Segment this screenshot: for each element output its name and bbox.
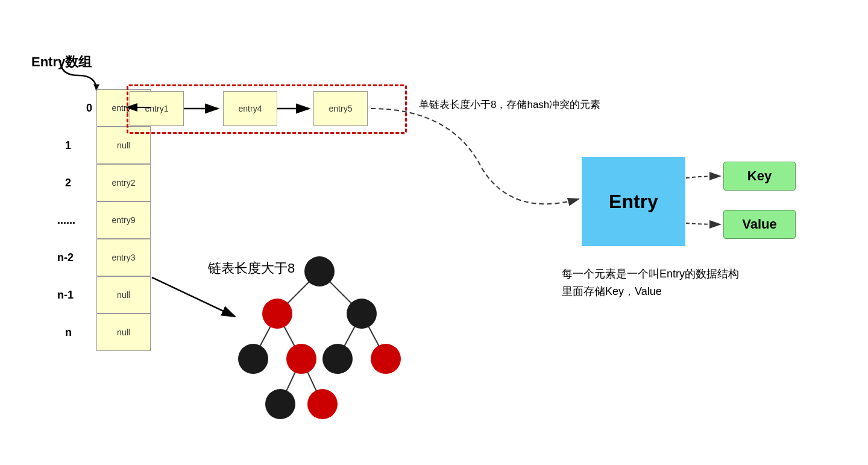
svg-point-12 — [238, 344, 268, 374]
value-box: Value — [723, 210, 796, 239]
array-cell-dots: entry9 — [96, 201, 151, 239]
row-index-dots: ...... — [57, 214, 75, 227]
svg-point-13 — [286, 344, 316, 374]
red-black-tree — [235, 247, 410, 440]
row-index-1: 1 — [65, 139, 71, 152]
row-index-n1: n-1 — [57, 289, 74, 302]
row-index-n: n — [65, 326, 72, 339]
curly-arrow-decoration — [54, 57, 102, 93]
svg-point-15 — [371, 344, 401, 374]
svg-point-14 — [322, 344, 353, 374]
entry-description: 每一个元素是一个叫Entry的数据结构 里面存储Key，Value — [562, 265, 739, 300]
entry-detail-box: Entry — [582, 157, 685, 246]
svg-point-9 — [304, 256, 335, 286]
row-index-n2: n-2 — [57, 251, 74, 264]
svg-point-16 — [265, 389, 295, 419]
key-box: Key — [723, 162, 796, 191]
svg-point-11 — [347, 299, 377, 329]
array-cell-n1: null — [96, 276, 151, 314]
array-cell-n: null — [96, 314, 151, 351]
row-index-0: 0 — [65, 102, 92, 115]
svg-point-17 — [307, 389, 338, 419]
array-cell-n2: entry3 — [96, 239, 151, 276]
svg-line-21 — [152, 277, 235, 317]
row-index-2: 2 — [65, 177, 71, 189]
svg-point-10 — [262, 299, 292, 329]
array-cell-2: entry2 — [96, 164, 151, 201]
linked-list-description: 单链表长度小于8，存储hash冲突的元素 — [419, 98, 600, 112]
red-dashed-highlight — [127, 84, 407, 134]
